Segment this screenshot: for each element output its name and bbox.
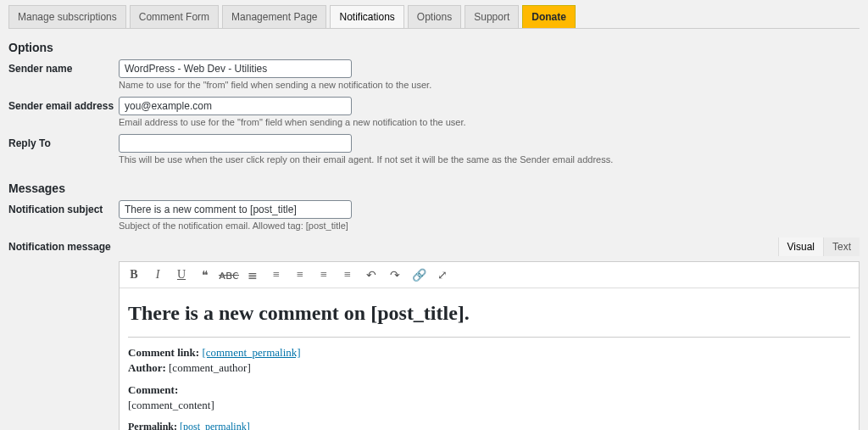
quote-icon[interactable]: ❝ [198,267,213,282]
tab-manage-subscriptions[interactable]: Manage subscriptions [8,5,126,28]
reply-to-label: Reply To [8,134,119,149]
editor-toolbar: B I U ❝ ᴀʙᴄ ≣ ≡ ≡ ≡ ≡ ↶ ↷ 🔗 ⤢ [120,262,859,288]
author-value: [comment_author] [169,361,251,374]
editor-content[interactable]: There is a new comment on [post_title]. … [120,288,859,430]
sender-email-label: Sender email address [8,97,119,112]
align-center-icon[interactable]: ≡ [316,267,331,282]
notification-message-label: Notification message [8,237,119,253]
sender-email-help: Email address to use for the "from" fiel… [119,117,860,127]
notification-subject-input[interactable] [119,200,352,219]
underline-icon[interactable]: U [174,267,189,282]
italic-icon[interactable]: I [150,267,165,282]
bold-icon[interactable]: B [126,267,142,282]
reply-to-input[interactable] [119,134,352,153]
redo-icon[interactable]: ↷ [387,267,403,282]
undo-icon[interactable]: ↶ [364,267,379,282]
editor-tab-text[interactable]: Text [823,237,860,256]
notification-editor: B I U ❝ ᴀʙᴄ ≣ ≡ ≡ ≡ ≡ ↶ ↷ 🔗 ⤢ There is a [119,261,860,430]
comment-value: [comment_content] [128,399,214,411]
author-label: Author: [128,361,166,374]
tab-notifications[interactable]: Notifications [330,5,403,28]
editor-heading: There is a new comment on [post_title]. [128,302,850,325]
editor-tab-visual[interactable]: Visual [778,237,823,256]
section-options-title: Options [8,41,860,54]
comment-link-label: Comment link: [128,346,199,359]
notification-subject-label: Notification subject [8,200,119,215]
admin-tabs: Manage subscriptions Comment Form Manage… [8,5,860,29]
tab-support[interactable]: Support [465,5,519,28]
align-right-icon[interactable]: ≡ [340,267,355,282]
notification-subject-help: Subject of the notification email. Allow… [119,221,860,231]
comment-permalink-link[interactable]: [comment_permalink] [202,346,300,359]
post-permalink-link[interactable]: [post_permalink] [180,421,250,430]
sender-name-input[interactable] [119,59,352,78]
fullscreen-icon[interactable]: ⤢ [435,267,450,282]
tab-options[interactable]: Options [408,5,461,28]
tab-donate[interactable]: Donate [522,5,576,28]
comment-label: Comment: [128,383,178,396]
sender-email-input[interactable] [119,97,352,115]
section-messages-title: Messages [8,181,860,195]
sender-name-label: Sender name [8,59,119,75]
align-left-icon[interactable]: ≡ [292,267,308,282]
link-icon[interactable]: 🔗 [411,267,426,282]
permalink-label: Permalink: [128,421,177,430]
reply-to-help: This will be use when the user click rep… [119,154,860,165]
strikethrough-icon[interactable]: ᴀʙᴄ [221,267,236,282]
bullets-icon[interactable]: ≣ [245,267,260,282]
sender-name-help: Name to use for the "from" field when se… [119,80,860,90]
tab-comment-form[interactable]: Comment Form [130,5,219,28]
tab-management-page[interactable]: Management Page [222,5,326,28]
numbers-icon[interactable]: ≡ [269,267,284,282]
